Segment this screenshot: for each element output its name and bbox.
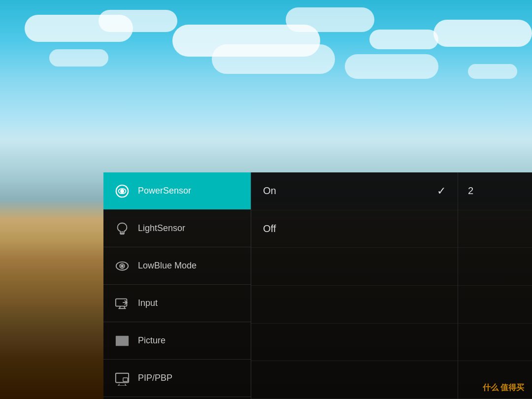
option-row-6 xyxy=(251,361,458,399)
option-row-4 xyxy=(251,286,458,324)
value-row-4 xyxy=(458,286,532,324)
input-icon xyxy=(113,295,131,312)
light-bulb-icon xyxy=(113,220,131,237)
option-row-off[interactable]: Off xyxy=(251,210,458,248)
osd-content: On ✓ Off 2 xyxy=(251,172,532,399)
pip-icon xyxy=(113,369,131,387)
value-row-1: 2 xyxy=(458,172,532,210)
watermark: 什么 值得买 xyxy=(483,383,524,393)
svg-point-10 xyxy=(121,265,123,267)
option-row-3 xyxy=(251,248,458,286)
eye-icon xyxy=(113,257,131,275)
svg-point-3 xyxy=(122,190,123,191)
watermark-prefix: 什么 xyxy=(483,383,499,392)
sidebar-item-input[interactable]: Input xyxy=(103,285,251,322)
sidebar-item-lowblue-mode[interactable]: LowBlue Mode xyxy=(103,247,251,285)
value-row-5 xyxy=(458,324,532,362)
sidebar-item-power-sensor-label: PowerSensor xyxy=(138,186,191,196)
watermark-text: 值得买 xyxy=(500,383,524,392)
sidebar-item-pip-pbp[interactable]: PIP/PBP xyxy=(103,360,251,397)
values-column: 2 xyxy=(458,172,532,399)
sidebar-item-picture[interactable]: Picture xyxy=(103,322,251,360)
option-on-checkmark: ✓ xyxy=(437,185,446,198)
options-column: On ✓ Off xyxy=(251,172,458,399)
value-1-text: 2 xyxy=(468,185,473,197)
sidebar-item-light-sensor[interactable]: LightSensor xyxy=(103,210,251,247)
value-row-3 xyxy=(458,248,532,286)
value-row-6 xyxy=(458,361,532,399)
option-row-on[interactable]: On ✓ xyxy=(251,172,458,210)
picture-icon xyxy=(113,332,131,350)
osd-menu: PowerSensor LightSensor xyxy=(103,172,532,399)
sidebar-item-power-sensor[interactable]: PowerSensor xyxy=(103,172,251,210)
eye-circle-icon xyxy=(113,182,131,200)
sidebar-item-light-sensor-label: LightSensor xyxy=(138,223,185,233)
svg-rect-15 xyxy=(116,335,129,346)
clouds-layer xyxy=(0,0,532,180)
osd-sidebar: PowerSensor LightSensor xyxy=(103,172,251,399)
sidebar-item-input-label: Input xyxy=(138,298,158,308)
sidebar-item-picture-label: Picture xyxy=(138,335,166,346)
svg-rect-17 xyxy=(123,378,128,382)
sidebar-item-lowblue-label: LowBlue Mode xyxy=(138,261,197,271)
option-off-label: Off xyxy=(263,223,276,234)
value-row-2 xyxy=(458,210,532,248)
sidebar-item-pip-label: PIP/PBP xyxy=(138,373,172,383)
option-on-label: On xyxy=(263,185,276,197)
option-row-5 xyxy=(251,324,458,362)
